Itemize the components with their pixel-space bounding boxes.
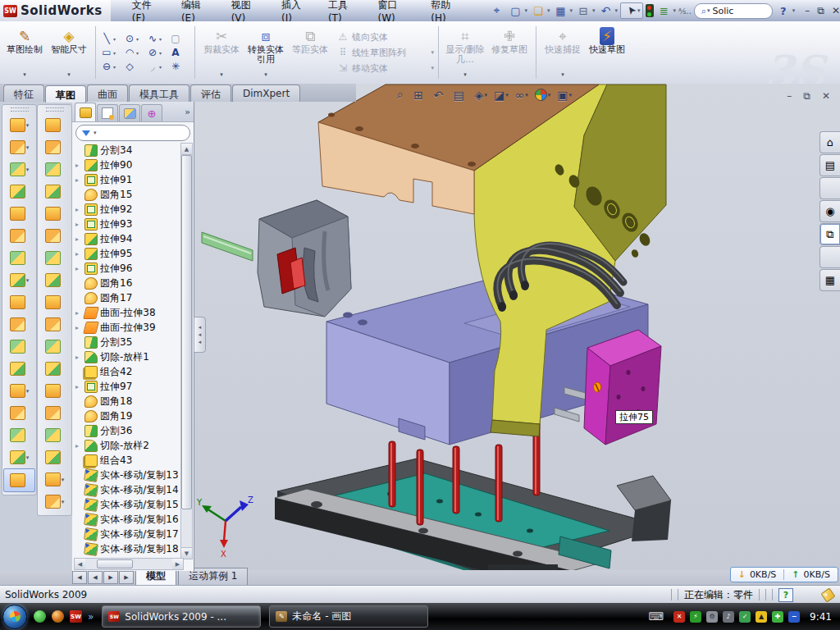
- tree-item[interactable]: ▸ 拉伸93: [74, 217, 181, 231]
- undo-icon[interactable]: ↶: [598, 3, 614, 18]
- move-copy-body-button[interactable]: ▾: [4, 358, 34, 380]
- command-tab[interactable]: 曲面: [87, 84, 128, 102]
- curve-button[interactable]: ▾: [4, 446, 34, 468]
- new-document-icon[interactable]: ▢: [507, 3, 523, 18]
- tree-item[interactable]: ▸ 实体-移动/复制16: [74, 512, 181, 527]
- base-plates[interactable]: [275, 459, 671, 570]
- minimize-button[interactable]: –: [805, 5, 810, 16]
- solidworks-quick-icon[interactable]: SW: [70, 610, 82, 623]
- linear-pattern-button[interactable]: ▾: [4, 269, 34, 291]
- command-tab[interactable]: 草图: [45, 85, 86, 103]
- circle-tool-button[interactable]: ⊙▾: [123, 33, 144, 44]
- expand-arrow-icon[interactable]: ▸: [75, 162, 82, 169]
- messenger-icon[interactable]: [34, 610, 46, 623]
- configurationmanager-tab[interactable]: [119, 104, 140, 121]
- insert-part-button[interactable]: ▾: [4, 380, 34, 402]
- print-icon[interactable]: ⊟: [575, 3, 591, 18]
- mirror-entities-button[interactable]: ⚠ 镜向实体: [337, 31, 434, 43]
- rebuild-icon[interactable]: [646, 4, 654, 17]
- command-tab[interactable]: 特征: [3, 84, 44, 102]
- panel-splitter[interactable]: ◂◂◂: [194, 317, 206, 353]
- rapid-sketch-button[interactable]: ⚡ 快速草图: [585, 25, 629, 81]
- tree-item[interactable]: ▸ 圆角17: [74, 290, 181, 305]
- boundary-surface-button[interactable]: ▾: [39, 180, 70, 203]
- edit-appearance-icon[interactable]: ▾: [533, 88, 553, 102]
- display-style-icon[interactable]: ◪ ▾: [492, 88, 510, 103]
- revolved-surface-button[interactable]: ▾: [39, 136, 70, 158]
- options-icon[interactable]: ≣: [656, 3, 673, 18]
- offset-surface-button[interactable]: ▾: [39, 291, 70, 313]
- slot-tool-button[interactable]: ⊖▾: [100, 61, 121, 72]
- tree-item[interactable]: ▸ 组合42: [74, 364, 181, 379]
- tree-item[interactable]: ▸ 曲面-拉伸39: [74, 320, 181, 335]
- extruded-cut-button[interactable]: ▾: [4, 136, 34, 158]
- tree-item[interactable]: ▸ 圆角16: [74, 276, 181, 290]
- section-view-icon[interactable]: ▤ ▾: [452, 88, 470, 103]
- save-icon[interactable]: ▦: [552, 3, 568, 18]
- previous-view-icon[interactable]: ↶ ▾: [432, 88, 449, 103]
- language-keyboard-icon[interactable]: ⌨: [648, 610, 664, 623]
- tree-item[interactable]: ▸ 分割36: [74, 423, 181, 438]
- display-delete-relations-button[interactable]: ⌗ 显示/删除几... ▾: [443, 25, 487, 81]
- zoom-fit-icon[interactable]: ⌕ ▾: [395, 87, 409, 103]
- insert-feature-button[interactable]: ▾: [39, 468, 70, 491]
- tree-horizontal-scrollbar[interactable]: ◀ ▶: [74, 558, 184, 570]
- view-palette-tab[interactable]: ⧉: [819, 223, 840, 245]
- tree-vertical-scrollbar[interactable]: ▲ ▼: [180, 143, 193, 559]
- first-sheet-icon[interactable]: ◀: [72, 571, 87, 584]
- filled-surface-button[interactable]: ▾: [39, 203, 70, 225]
- tray-volume-icon[interactable]: ♪: [723, 611, 734, 623]
- next-sheet-icon[interactable]: ▶: [103, 571, 118, 584]
- restore-button[interactable]: ⧉: [817, 5, 824, 16]
- line-tool-button[interactable]: ╲▾: [100, 33, 121, 44]
- doc-minimize-button[interactable]: –: [787, 90, 792, 102]
- core-insert-block[interactable]: [202, 200, 351, 317]
- combine-button[interactable]: ▾: [4, 336, 34, 358]
- featuremanager-tab[interactable]: [75, 103, 96, 121]
- tree-item[interactable]: ▸ 切除-放样1: [74, 349, 181, 364]
- taskbar-button-solidworks[interactable]: SW SolidWorks 2009 - ...: [102, 605, 261, 628]
- side-core-block[interactable]: [584, 330, 661, 445]
- tree-item[interactable]: ▸ 拉伸95: [74, 246, 181, 261]
- delete-face-button[interactable]: ▾: [39, 336, 70, 358]
- toolbar-grip[interactable]: [11, 107, 29, 112]
- open-icon[interactable]: ❏: [530, 3, 546, 18]
- close-button[interactable]: ✕: [832, 5, 840, 16]
- reference-plane-button[interactable]: ▾: [39, 247, 70, 269]
- tree-item[interactable]: ▸ 拉伸91: [74, 172, 181, 187]
- expand-arrow-icon[interactable]: ▸: [75, 383, 82, 390]
- fillet-button[interactable]: ▾: [4, 158, 34, 180]
- swept-boss-button[interactable]: ▾: [4, 180, 34, 203]
- replace-face-button[interactable]: ▾: [39, 358, 70, 380]
- command-tab[interactable]: DimXpert: [232, 84, 300, 102]
- save-caret-icon[interactable]: ▾: [569, 7, 573, 14]
- tree-item[interactable]: ▸ 分割35: [74, 335, 181, 349]
- open-caret-icon[interactable]: ▾: [547, 7, 550, 14]
- pin-icon[interactable]: ⌖: [488, 3, 504, 18]
- tray-network-warning-icon[interactable]: ▲: [756, 611, 767, 623]
- expand-arrow-icon[interactable]: ▸: [75, 221, 82, 228]
- tree-item[interactable]: ▸ 分割34: [74, 143, 181, 158]
- sketch-button[interactable]: ✎ 草图绘制 ▾: [2, 25, 47, 81]
- scroll-left-icon[interactable]: ◀: [75, 559, 85, 569]
- planar-surface-button[interactable]: ▾: [39, 225, 70, 247]
- expand-arrow-icon[interactable]: ▸: [75, 324, 82, 331]
- freeform-button[interactable]: ▾: [39, 269, 70, 291]
- curve-surface-button[interactable]: ▾: [39, 491, 70, 513]
- toolbar-overflow[interactable]: ⅍..: [678, 3, 692, 18]
- tray-blocked-icon[interactable]: −: [788, 611, 800, 623]
- lofted-surface-button[interactable]: ▾: [39, 158, 70, 180]
- command-tab[interactable]: 模具工具: [129, 84, 189, 102]
- model-canvas[interactable]: Y Z X: [194, 84, 840, 570]
- scroll-thumb[interactable]: [181, 155, 192, 509]
- new-caret-icon[interactable]: ▾: [524, 7, 527, 14]
- smart-dimension-button[interactable]: ◈ 智能尺寸 ▾: [47, 25, 91, 81]
- expand-arrow-icon[interactable]: ▸: [75, 442, 82, 450]
- sketch-fillet-button[interactable]: ◞▾: [146, 61, 167, 72]
- solidworks-resources-tab[interactable]: ▤: [819, 154, 840, 176]
- marquee-select-button[interactable]: ▢: [169, 33, 190, 44]
- mirror-button[interactable]: ▾: [4, 313, 34, 336]
- tree-item[interactable]: ▸ 拉伸96: [74, 261, 181, 276]
- expand-arrow-icon[interactable]: ▸: [75, 206, 82, 213]
- draft-button[interactable]: ▾: [4, 225, 34, 247]
